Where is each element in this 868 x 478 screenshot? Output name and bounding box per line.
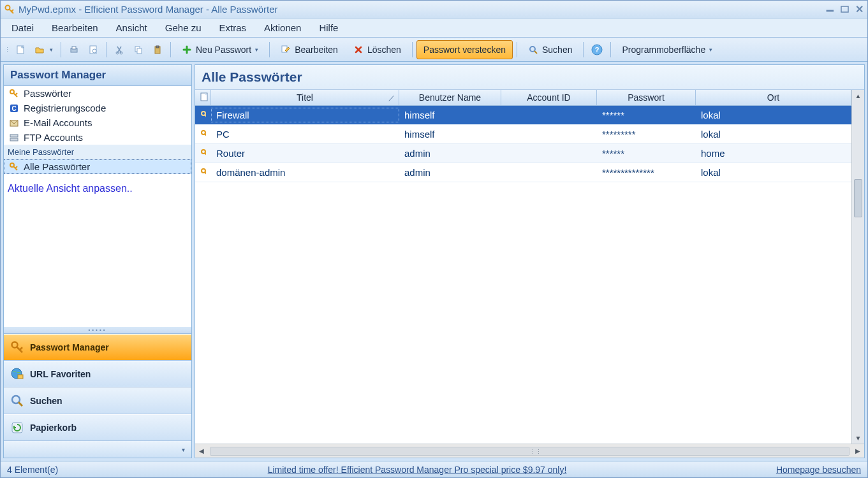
homepage-link[interactable]: Homepage besuchen xyxy=(776,465,861,475)
search-icon xyxy=(10,394,24,408)
close-button[interactable]: ✕ xyxy=(855,3,864,15)
svg-point-14 xyxy=(530,47,535,52)
hscroll-track[interactable]: ⋮⋮ xyxy=(210,447,850,456)
svg-rect-26 xyxy=(18,375,23,379)
tree-section-header: Meine Passwörter xyxy=(4,145,191,159)
nav-section: Passwort Manager URL Favoriten Suchen Pa… xyxy=(4,333,191,441)
menu-datei[interactable]: Datei xyxy=(7,20,38,35)
tree-item-regcode[interactable]: C Registrierungscode xyxy=(4,101,191,115)
open-button[interactable]: ▾ xyxy=(31,40,57,59)
chevron-down-icon: ▾ xyxy=(182,446,185,453)
col-header-account[interactable]: Account ID xyxy=(501,90,597,105)
new-password-label: Neu Passwort xyxy=(196,45,251,55)
key-large-icon xyxy=(10,340,24,354)
cut-button[interactable] xyxy=(110,40,128,59)
paste-button[interactable] xyxy=(149,40,166,59)
window-title: MyPwd.epmx - Efficient Password Manager … xyxy=(18,4,278,15)
table-row[interactable]: Firewall himself ****** lokal xyxy=(195,106,851,125)
nav-more-button[interactable]: ▾ xyxy=(4,441,191,458)
print-button[interactable] xyxy=(65,40,83,59)
key-icon xyxy=(200,148,206,159)
delete-button[interactable]: Löschen xyxy=(346,40,408,59)
table-row[interactable]: domänen-admin admin ************** lokal xyxy=(195,163,851,182)
tree-item-all-passwords[interactable]: Alle Passwörter xyxy=(4,159,191,174)
col-header-icon[interactable] xyxy=(195,90,211,105)
key-icon xyxy=(9,162,19,172)
col-header-password[interactable]: Passwort xyxy=(597,90,696,105)
col-header-location[interactable]: Ort xyxy=(696,90,851,105)
new-doc-button[interactable] xyxy=(11,40,29,59)
scroll-left-button[interactable]: ◀ xyxy=(195,447,208,454)
menu-hilfe[interactable]: Hilfe xyxy=(314,20,342,35)
scroll-down-button[interactable]: ▼ xyxy=(852,432,864,444)
svg-rect-21 xyxy=(10,134,18,137)
minimize-button[interactable]: ‒ xyxy=(826,6,834,13)
skin-button[interactable]: Programmoberfläche ▾ xyxy=(615,40,719,59)
customize-view-link[interactable]: Aktuelle Ansicht anpassen.. xyxy=(4,174,191,203)
toolbar: ⋮ ▾ Neu Passwort ▾ Bearbeiten Löschen Pa… xyxy=(1,38,867,62)
table-row[interactable]: PC himself ********* lokal xyxy=(195,125,851,144)
table-row[interactable]: Router admin ****** home xyxy=(195,144,851,163)
key-icon xyxy=(9,89,19,99)
key-icon xyxy=(200,110,206,120)
search-icon xyxy=(528,45,538,55)
horizontal-scrollbar[interactable]: ◀ ⋮⋮ ▶ xyxy=(195,444,864,458)
recycle-icon xyxy=(10,421,24,435)
col-header-title[interactable]: Titel／ xyxy=(211,90,399,105)
doc-icon xyxy=(200,92,208,101)
sort-asc-icon: ／ xyxy=(388,94,395,103)
globe-icon xyxy=(10,367,24,381)
main-pane: Alle Passwörter Titel／ Benutzer Name Acc… xyxy=(195,64,865,458)
menu-bar: Datei Bearbeiten Ansicht Gehe zu Extras … xyxy=(1,18,867,38)
new-password-button[interactable]: Neu Passwort ▾ xyxy=(175,40,265,59)
promo-link[interactable]: Limited time offer! Efficient Password M… xyxy=(268,465,567,475)
svg-rect-22 xyxy=(10,138,18,141)
maximize-button[interactable] xyxy=(841,6,849,13)
menu-aktionen[interactable]: Aktionen xyxy=(260,20,305,35)
key-icon xyxy=(200,168,206,178)
edit-label: Bearbeiten xyxy=(295,45,338,55)
nav-trash[interactable]: Papierkorb xyxy=(4,414,191,441)
delete-x-icon xyxy=(353,45,364,55)
menu-extras[interactable]: Extras xyxy=(215,20,251,35)
title-bar: MyPwd.epmx - Efficient Password Manager … xyxy=(1,1,867,18)
password-grid: Titel／ Benutzer Name Account ID Passwort… xyxy=(195,90,851,444)
content-area: Passwort Manager Passwörter C Registrier… xyxy=(1,62,867,461)
ftp-icon xyxy=(9,133,19,143)
scroll-right-button[interactable]: ▶ xyxy=(851,447,864,454)
scroll-up-button[interactable]: ▲ xyxy=(852,90,864,101)
col-header-user[interactable]: Benutzer Name xyxy=(399,90,501,105)
nav-url-favorites[interactable]: URL Favoriten xyxy=(4,361,191,387)
nav-password-manager[interactable]: Passwort Manager xyxy=(4,334,191,361)
help-button[interactable]: ? xyxy=(587,40,607,59)
pencil-icon xyxy=(281,45,291,55)
nav-splitter-handle[interactable]: ••••• xyxy=(4,327,191,333)
tree-item-email[interactable]: E-Mail Accounts xyxy=(4,115,191,130)
vertical-scrollbar[interactable]: ▲ ▼ xyxy=(851,90,864,444)
menu-bearbeiten[interactable]: Bearbeiten xyxy=(47,20,103,35)
status-count: 4 Element(e) xyxy=(7,465,58,475)
grid-body: Firewall himself ****** lokal PC himself… xyxy=(195,106,851,182)
tree-item-passwords[interactable]: Passwörter xyxy=(4,86,191,101)
toolbar-grip-icon: ⋮ xyxy=(4,47,9,53)
app-key-icon xyxy=(4,4,15,15)
menu-gehezu[interactable]: Gehe zu xyxy=(161,20,206,35)
skin-label: Programmoberfläche xyxy=(622,45,705,55)
svg-rect-1 xyxy=(841,6,848,12)
copy-button[interactable] xyxy=(129,40,147,59)
scroll-thumb[interactable] xyxy=(854,179,862,217)
status-bar: 4 Element(e) Limited time offer! Efficie… xyxy=(1,461,867,477)
grid-header-row: Titel／ Benutzer Name Account ID Passwort… xyxy=(195,90,851,106)
key-icon xyxy=(200,129,206,140)
hide-password-button[interactable]: Passwort verstecken xyxy=(416,40,513,59)
hide-password-label: Passwort verstecken xyxy=(423,45,506,55)
search-label: Suchen xyxy=(542,45,572,55)
print-preview-button[interactable] xyxy=(84,40,102,59)
svg-rect-12 xyxy=(156,46,159,48)
search-button[interactable]: Suchen xyxy=(521,40,579,59)
menu-ansicht[interactable]: Ansicht xyxy=(112,20,152,35)
main-title: Alle Passwörter xyxy=(195,65,864,90)
edit-button[interactable]: Bearbeiten xyxy=(274,40,345,59)
nav-search[interactable]: Suchen xyxy=(4,387,191,414)
tree-item-ftp[interactable]: FTP Accounts xyxy=(4,130,191,145)
